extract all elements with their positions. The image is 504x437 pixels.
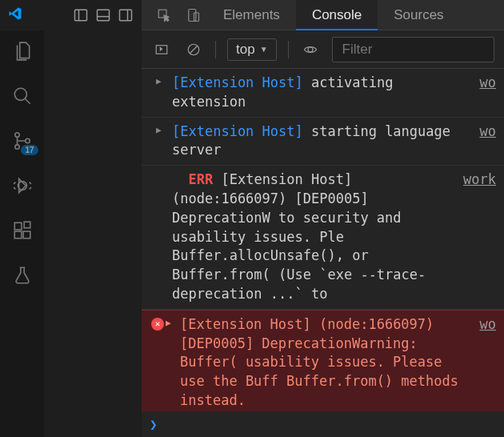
context-label: top	[236, 42, 255, 58]
svg-rect-13	[14, 231, 22, 239]
chevron-down-icon: ▼	[260, 45, 268, 54]
toggle-sidebar-icon[interactable]	[151, 39, 172, 60]
activity-search-icon[interactable]	[11, 85, 34, 107]
svg-point-10	[25, 138, 29, 142]
activity-sourcecontrol-icon[interactable]: 17	[11, 130, 34, 152]
panel-right-icon[interactable]	[118, 7, 134, 23]
context-selector[interactable]: top ▼	[227, 38, 277, 61]
expand-icon[interactable]: ▶	[156, 124, 162, 136]
inspect-icon[interactable]	[150, 0, 178, 30]
activity-extensions-icon[interactable]	[11, 219, 34, 242]
console-message: ▶ [Extension Host] starting language ser…	[142, 118, 504, 166]
panel-bottom-icon[interactable]	[95, 7, 111, 23]
error-icon: ✕	[151, 318, 164, 331]
source-link[interactable]: work	[463, 170, 496, 304]
tab-elements[interactable]: Elements	[207, 0, 296, 30]
activity-testing-icon[interactable]	[11, 264, 34, 287]
console-message: ▶ [Extension Host] activating extension …	[142, 69, 504, 118]
activity-explorer-icon[interactable]	[11, 40, 34, 62]
clear-console-icon[interactable]	[183, 39, 204, 60]
svg-line-7	[25, 98, 30, 104]
device-icon[interactable]	[178, 0, 207, 30]
svg-rect-12	[14, 223, 22, 230]
vscode-logo-icon	[8, 6, 22, 24]
svg-rect-15	[24, 222, 30, 228]
tab-console[interactable]: Console	[296, 0, 378, 30]
svg-rect-17	[189, 9, 196, 21]
devtools-tabs: Elements Console Sources	[142, 0, 504, 30]
console-message: ERR [Extension Host] (node:1666097) [DEP…	[142, 166, 504, 310]
console-error-message: ✕ ▶ [Extension Host] (node:1666097) [DEP…	[142, 310, 504, 411]
prompt-icon: ❯	[150, 417, 158, 432]
tab-sources[interactable]: Sources	[378, 0, 459, 30]
svg-point-9	[14, 145, 18, 149]
source-link[interactable]: wo	[480, 122, 496, 161]
expand-icon[interactable]: ▶	[166, 317, 171, 329]
live-expression-icon[interactable]	[300, 39, 321, 60]
svg-rect-2	[98, 10, 110, 20]
svg-rect-4	[120, 10, 132, 20]
expand-icon[interactable]: ▶	[156, 75, 162, 87]
console-messages: ▶ [Extension Host] activating extension …	[142, 69, 504, 411]
svg-line-21	[190, 46, 198, 53]
source-link[interactable]: wo	[480, 74, 496, 112]
svg-rect-0	[75, 10, 87, 20]
filter-input[interactable]	[332, 37, 494, 62]
activity-debug-icon[interactable]	[11, 174, 34, 197]
console-prompt[interactable]: ❯	[142, 411, 504, 437]
svg-rect-14	[23, 231, 30, 239]
svg-rect-18	[194, 13, 199, 22]
console-toolbar: top ▼	[142, 30, 504, 69]
svg-point-22	[308, 47, 313, 52]
scm-badge: 17	[21, 145, 38, 155]
source-link[interactable]: wo	[480, 315, 496, 411]
svg-point-6	[14, 88, 26, 100]
panel-left-icon[interactable]	[73, 7, 89, 23]
svg-point-8	[14, 133, 18, 137]
